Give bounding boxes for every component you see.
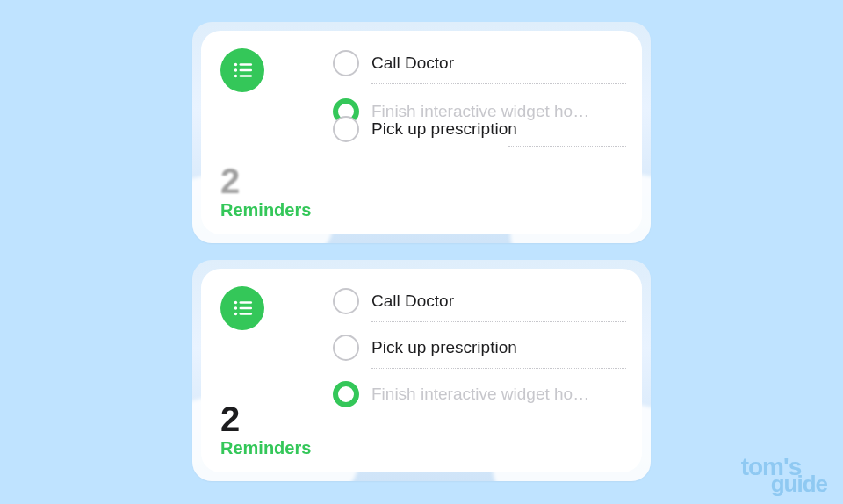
svg-point-8 (234, 306, 237, 309)
reminder-item-completed[interactable]: Finish interactive widget ho… (333, 374, 626, 414)
reminder-checkbox[interactable] (333, 116, 359, 142)
reminders-count: 2 (220, 401, 315, 436)
divider (371, 368, 626, 369)
reminders-count: 2 (220, 163, 315, 198)
reminder-item[interactable]: Pick up prescription (333, 328, 626, 368)
reminder-checkbox-checked[interactable] (333, 381, 359, 407)
reminder-checkbox[interactable] (333, 50, 359, 76)
reminder-item[interactable]: Call Doctor (333, 43, 626, 83)
reminders-widget: 2 Reminders Call Doctor Pick up prescrip… (192, 260, 651, 481)
reminder-text: Pick up prescription (371, 338, 626, 357)
svg-point-6 (234, 301, 237, 304)
svg-point-10 (234, 313, 237, 315)
reminders-title: Reminders (220, 200, 315, 220)
reminder-text: Pick up prescription (371, 119, 626, 139)
watermark-logo: tom's guide (741, 457, 827, 493)
reminder-checkbox[interactable] (333, 335, 359, 361)
reminders-widget-card[interactable]: 2 Reminders Call Doctor Pick up prescrip… (201, 269, 642, 472)
reminder-text: Call Doctor (371, 292, 626, 311)
divider (371, 321, 626, 322)
reminder-checkbox[interactable] (333, 288, 359, 314)
svg-point-4 (234, 75, 237, 77)
reminders-widget-card[interactable]: 2 Reminders Call Doctor Finish interacti… (201, 31, 642, 234)
reminders-title: Reminders (220, 438, 315, 458)
reminders-widget-blurred: 2 Reminders Call Doctor Finish interacti… (192, 22, 651, 243)
reminders-app-icon (220, 48, 264, 92)
divider (371, 83, 626, 84)
reminder-item[interactable]: Pick up prescription (333, 109, 626, 149)
svg-point-0 (234, 63, 237, 66)
reminder-item[interactable]: Call Doctor (333, 281, 626, 321)
reminder-text: Finish interactive widget ho… (371, 385, 626, 404)
reminders-app-icon (220, 286, 264, 330)
watermark-line2: guide (771, 474, 827, 493)
svg-point-2 (234, 68, 237, 71)
reminder-text: Call Doctor (371, 54, 626, 73)
